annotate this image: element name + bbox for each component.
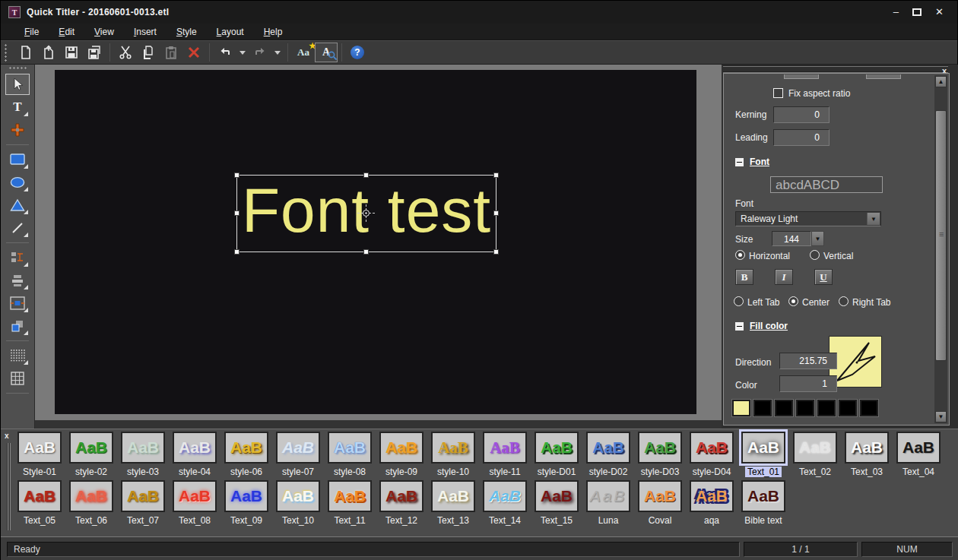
layer-order-tool[interactable] (5, 315, 30, 337)
direction-field[interactable]: 215.75 (779, 353, 837, 369)
left-tab-radio[interactable] (734, 296, 744, 306)
gallery-grab-handle[interactable] (7, 443, 11, 530)
style-preset-aqa[interactable]: AaBaqa (690, 480, 734, 526)
maximize-button[interactable] (912, 8, 922, 16)
fill-color-count-field[interactable]: 1 (779, 375, 837, 392)
style-preset-swatch[interactable]: AaB (741, 480, 785, 512)
style-preset-swatch[interactable]: AaB (328, 480, 372, 512)
resize-handle-nw[interactable] (234, 172, 240, 178)
transform-tool[interactable] (5, 119, 30, 141)
style-preset-Bible text[interactable]: AaBBible text (741, 480, 785, 526)
title-page[interactable]: Font test (55, 70, 696, 414)
style-preset-swatch[interactable]: AaB (431, 432, 475, 464)
style-preset-swatch[interactable]: AaB (638, 432, 682, 464)
style-preset-swatch[interactable]: AaB (586, 480, 630, 512)
menu-item-file[interactable]: File (14, 25, 49, 39)
style-preset-Text_12[interactable]: AaBText_12 (379, 480, 423, 526)
style-preset-style-11[interactable]: AaBstyle-11 (483, 432, 527, 477)
style-preset-swatch[interactable]: AaB (173, 432, 217, 464)
menu-item-insert[interactable]: Insert (124, 25, 167, 39)
style-preset-swatch[interactable]: AaB (586, 432, 630, 464)
style-preset-Text_11[interactable]: AaBText_11 (328, 480, 372, 526)
style-preset-Text_04[interactable]: AaBText_04 (896, 432, 941, 477)
style-preset-swatch[interactable]: AaB (379, 432, 423, 464)
style-preset-Text_06[interactable]: AaBText_06 (69, 480, 113, 526)
style-preset-Text_05[interactable]: AaBText_05 (17, 480, 62, 526)
style-preset-swatch[interactable]: AaB (535, 480, 579, 512)
style-preset-style-D03[interactable]: AaBstyle-D03 (638, 432, 682, 477)
line-tool[interactable] (5, 217, 30, 239)
bold-button[interactable]: B (735, 269, 753, 285)
style-preset-swatch[interactable]: AaB (690, 480, 734, 512)
menu-item-help[interactable]: Help (254, 25, 293, 39)
style-preset-Text_14[interactable]: AaBText_14 (483, 480, 527, 526)
style-preset-swatch[interactable]: AaB (224, 480, 268, 512)
style-preset-swatch[interactable]: AaB (121, 480, 165, 512)
horizontal-radio[interactable] (735, 250, 745, 260)
font-size-dropdown-icon[interactable]: ▼ (811, 231, 824, 246)
font-section-collapse-icon[interactable] (735, 158, 744, 166)
fill-color-swatch-1[interactable] (732, 400, 750, 416)
style-preset-swatch[interactable]: AaB (896, 432, 941, 464)
ellipse-tool[interactable] (5, 172, 30, 193)
font-family-dropdown[interactable]: Raleway Light ▼ (735, 211, 881, 226)
menu-item-layout[interactable]: Layout (207, 25, 254, 39)
canvas-viewport[interactable]: Font test (35, 65, 722, 420)
copy-button[interactable] (137, 43, 160, 62)
text-tool[interactable]: T (5, 96, 30, 118)
triangle-tool[interactable] (5, 195, 30, 216)
resize-handle-ne[interactable] (493, 172, 499, 178)
style-preset-swatch[interactable]: AaB (379, 480, 423, 512)
style-preset-swatch[interactable]: AaB (17, 432, 62, 464)
menu-item-edit[interactable]: Edit (49, 25, 84, 39)
style-preset-swatch[interactable]: AaB (741, 432, 785, 464)
resize-handle-w[interactable] (234, 210, 240, 216)
undo-dropdown-button[interactable] (236, 43, 249, 62)
resize-handle-sw[interactable] (234, 249, 240, 255)
cut-button[interactable] (114, 43, 137, 62)
height-field-partial[interactable] (866, 74, 901, 79)
redo-dropdown-button[interactable] (271, 43, 284, 62)
menu-item-view[interactable]: View (84, 25, 124, 39)
center-object-tool[interactable] (5, 293, 30, 314)
style-preset-Text_07[interactable]: AaBText_07 (121, 480, 165, 526)
italic-button[interactable]: I (775, 269, 793, 285)
right-tab-radio[interactable] (839, 296, 849, 306)
fill-color-swatch-3[interactable] (775, 400, 793, 416)
style-preset-swatch[interactable]: AaB (69, 480, 113, 512)
style-preset-style-06[interactable]: AaBstyle-06 (224, 432, 268, 477)
new-document-button[interactable] (14, 43, 37, 62)
style-preset-Text_01[interactable]: AaBText_01 (741, 432, 785, 477)
style-preset-style-D01[interactable]: AaBstyle-D01 (535, 432, 579, 477)
resize-handle-s[interactable] (363, 249, 369, 255)
style-preset-style-08[interactable]: AaBstyle-08 (328, 432, 372, 477)
open-template-button[interactable] (37, 43, 60, 62)
style-preset-Text_09[interactable]: AaBText_09 (224, 480, 268, 526)
style-preset-Text_10[interactable]: AaBText_10 (276, 480, 320, 526)
style-preset-swatch[interactable]: AaB (121, 432, 165, 464)
toolbar-drag-handle[interactable] (4, 43, 8, 62)
style-preset-swatch[interactable]: AaB (483, 480, 527, 512)
style-preset-Coval[interactable]: AaBCoval (638, 480, 682, 526)
resize-handle-e[interactable] (493, 210, 499, 216)
style-preset-swatch[interactable]: AaB (793, 432, 837, 464)
fill-color-swatch-6[interactable] (839, 400, 857, 416)
style-preset-style-D02[interactable]: AaBstyle-D02 (586, 432, 630, 477)
style-preset-swatch[interactable]: AaB (224, 432, 268, 464)
object-properties-tool[interactable] (5, 247, 30, 268)
style-preset-Text_03[interactable]: AaBText_03 (845, 432, 889, 477)
style-preset-swatch[interactable]: AaB (276, 432, 320, 464)
paste-button[interactable] (160, 43, 182, 62)
style-preset-style-02[interactable]: AaBstyle-02 (69, 432, 113, 477)
safe-area-grid-tool[interactable] (5, 368, 30, 389)
save-button[interactable] (60, 43, 83, 62)
style-preset-Text_02[interactable]: AaBText_02 (793, 432, 837, 477)
style-preset-style-09[interactable]: AaBstyle-09 (379, 432, 423, 477)
gallery-close-icon[interactable]: x (5, 432, 9, 440)
style-preset-style-04[interactable]: AaBstyle-04 (173, 432, 217, 477)
redo-button[interactable] (249, 43, 271, 62)
style-preset-swatch[interactable]: AaB (483, 432, 527, 464)
fill-section-collapse-icon[interactable] (735, 322, 744, 331)
style-preset-style-03[interactable]: AaBstyle-03 (121, 432, 165, 477)
style-preset-Luna[interactable]: AaBLuna (586, 480, 630, 526)
